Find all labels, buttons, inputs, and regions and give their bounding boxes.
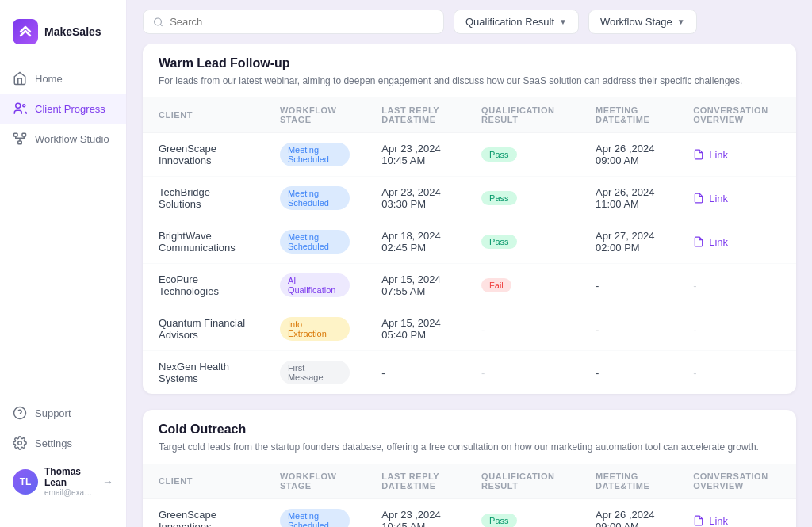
warm-lead-desc: For leads from our latest webinar, aimin… [159, 74, 780, 88]
col-convo: CONVERSATION OVERVIEW [677, 464, 796, 499]
cold-outreach-header: Cold Outreach Target cold leads from the… [143, 410, 796, 464]
topbar: Qualification Result ▼ Workflow Stage ▼ [127, 0, 812, 44]
cell-reply: Apr 15, 2024 07:55 AM [366, 264, 465, 307]
filter1-label: Qualification Result [465, 16, 554, 28]
dash: - [481, 367, 485, 379]
link-cell[interactable]: Link [693, 149, 780, 161]
cell-link: - [677, 307, 796, 351]
link-label: Link [709, 149, 728, 161]
filter2-label: Workflow Stage [600, 16, 672, 28]
sidebar: MakeSales Home Client Progress Workflow … [0, 0, 127, 527]
user-section: TL Thomas Lean email@example.com → [0, 458, 126, 505]
table-row: GreenScape InnovationsMeeting ScheduledA… [143, 499, 796, 528]
qual-badge: Fail [481, 278, 511, 292]
cell-client: EcoPure Technologies [143, 264, 264, 307]
sidebar-item-workflow-studio[interactable]: Workflow Studio [0, 124, 126, 154]
cell-qual: Fail [465, 264, 580, 307]
cell-stage: Meeting Scheduled [264, 220, 366, 264]
table-row: Quantum Financial AdvisorsInfo Extractio… [143, 307, 796, 351]
warm-lead-card: Warm Lead Follow-up For leads from our l… [143, 44, 796, 394]
logo-icon [13, 19, 38, 44]
user-email: email@example.com [44, 488, 96, 497]
warm-lead-header: Warm Lead Follow-up For leads from our l… [143, 44, 796, 97]
sidebar-item-label-client-progress: Client Progress [35, 103, 105, 115]
sidebar-item-settings[interactable]: Settings [0, 428, 126, 458]
svg-point-0 [16, 103, 21, 108]
cell-link[interactable]: Link [677, 177, 796, 220]
sidebar-bottom: Support Settings TL Thomas Lean email@ex… [0, 388, 126, 514]
cell-qual: - [465, 307, 580, 351]
workflow-stage-filter[interactable]: Workflow Stage ▼ [588, 10, 697, 34]
qualification-result-filter[interactable]: Qualification Result ▼ [454, 10, 579, 34]
cell-reply: Apr 23 ,2024 10:45 AM [366, 133, 465, 177]
stage-badge: Meeting Scheduled [280, 186, 350, 210]
sidebar-item-support[interactable]: Support [0, 398, 126, 428]
cell-reply: Apr 23, 2024 03:30 PM [366, 177, 465, 220]
svg-point-7 [18, 441, 22, 445]
home-icon [13, 71, 27, 86]
sidebar-item-client-progress[interactable]: Client Progress [0, 94, 126, 124]
nav-section: Home Client Progress Workflow Studio [0, 63, 126, 388]
cell-client: GreenScape Innovations [143, 499, 264, 528]
cell-link: - [677, 351, 796, 395]
cell-link: - [677, 264, 796, 307]
cell-stage: AI Qualification [264, 264, 366, 307]
cell-stage: First Message [264, 351, 366, 395]
col-qual-result: QUALIFICATION RESULT [465, 97, 580, 133]
cell-meeting: Apr 26 ,2024 09:00 AM [580, 499, 677, 528]
link-cell[interactable]: Link [693, 515, 780, 527]
qual-badge: Pass [481, 514, 516, 527]
stage-badge: AI Qualification [280, 273, 350, 297]
logout-icon[interactable]: → [102, 475, 113, 488]
doc-icon [693, 515, 704, 526]
cell-meeting: Apr 27, 2024 02:00 PM [580, 220, 677, 264]
cell-client: BrightWave Communications [143, 220, 264, 264]
chevron-down-icon: ▼ [559, 17, 567, 26]
cell-stage: Meeting Scheduled [264, 177, 366, 220]
cell-reply: Apr 15, 2024 05:40 PM [366, 307, 465, 351]
cell-client: NexGen Health Systems [143, 351, 264, 395]
search-bar [143, 10, 444, 34]
logo: MakeSales [0, 13, 126, 63]
cell-meeting: - [580, 264, 677, 307]
col-workflow-stage: WORKFLOW STAGE [264, 464, 366, 499]
cell-meeting: Apr 26 ,2024 09:00 AM [580, 133, 677, 177]
svg-rect-3 [22, 133, 26, 136]
dash: - [481, 323, 485, 335]
col-meeting: MEETING DATE&TIME [580, 97, 677, 133]
cell-client: TechBridge Solutions [143, 177, 264, 220]
col-client: CLIENT [143, 464, 264, 499]
svg-point-8 [155, 18, 162, 25]
cell-reply: Apr 18, 2024 02:45 PM [366, 220, 465, 264]
cell-meeting: - [580, 351, 677, 395]
link-cell[interactable]: Link [693, 193, 780, 204]
sidebar-item-label-support: Support [35, 407, 71, 419]
cell-qual: - [465, 351, 580, 395]
col-last-reply: LAST REPLY DATE&TIME [366, 464, 465, 499]
cold-outreach-desc: Target cold leads from the startup found… [159, 440, 780, 454]
stage-badge: Meeting Scheduled [280, 143, 350, 166]
settings-icon [13, 436, 27, 450]
search-icon [153, 17, 163, 28]
cell-link[interactable]: Link [677, 220, 796, 264]
qual-badge: Pass [481, 147, 516, 162]
col-client: CLIENT [143, 97, 264, 133]
col-convo: CONVERSATION OVERVIEW [677, 97, 796, 133]
cold-outreach-card: Cold Outreach Target cold leads from the… [143, 410, 796, 527]
search-input[interactable] [170, 16, 434, 28]
users-icon [13, 101, 27, 116]
doc-icon [693, 149, 704, 160]
workflow-icon [13, 132, 27, 146]
cell-link[interactable]: Link [677, 133, 796, 177]
cell-link[interactable]: Link [677, 499, 796, 528]
cell-stage: Meeting Scheduled [264, 499, 366, 528]
dash: - [693, 367, 696, 379]
sidebar-item-home[interactable]: Home [0, 63, 126, 94]
stage-badge: Meeting Scheduled [280, 230, 350, 254]
sidebar-item-label-workflow-studio: Workflow Studio [35, 133, 109, 145]
col-workflow-stage: WORKFLOW STAGE [264, 97, 366, 133]
link-cell[interactable]: Link [693, 236, 780, 248]
stage-badge: First Message [280, 361, 350, 384]
warm-lead-table: CLIENT WORKFLOW STAGE LAST REPLY DATE&TI… [143, 97, 796, 394]
avatar: TL [13, 469, 38, 495]
